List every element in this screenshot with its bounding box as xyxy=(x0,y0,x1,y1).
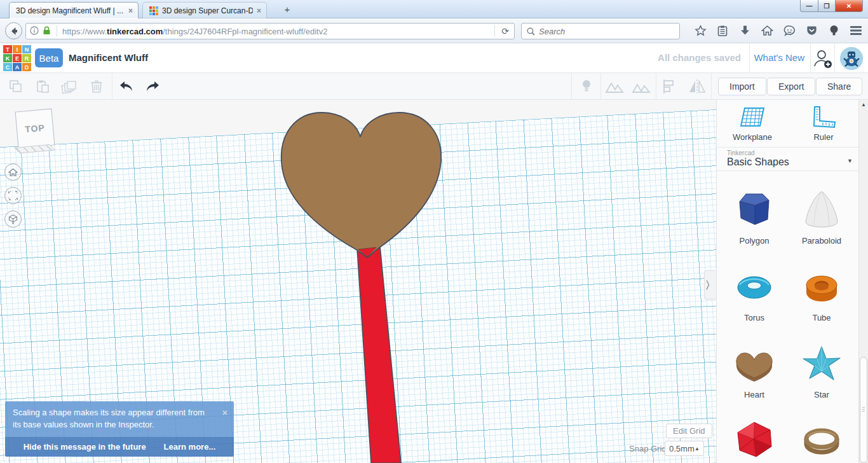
ring-shape-icon xyxy=(798,420,845,462)
scroll-up-arrow-icon[interactable]: ▲ xyxy=(859,100,868,109)
workplane-tool[interactable]: Workplane xyxy=(717,100,788,147)
bookmarks-list-icon[interactable] xyxy=(714,22,731,39)
shape-ring[interactable]: Ring xyxy=(788,402,855,463)
lightbulb-pin-icon[interactable] xyxy=(825,22,842,39)
notification-close-icon[interactable]: × xyxy=(222,406,227,419)
copy-icon[interactable] xyxy=(6,77,25,96)
divider xyxy=(810,43,811,73)
design-canvas[interactable]: TOP 〉 Scaling a shape makes its size app… xyxy=(0,100,716,463)
shape-grid: Polygon Paraboloid Torus xyxy=(721,171,855,463)
fit-view-button[interactable] xyxy=(4,187,22,204)
paste-icon[interactable] xyxy=(33,77,52,96)
notification-message: Scaling a shape makes its size appear di… xyxy=(5,401,234,437)
home-icon[interactable] xyxy=(759,22,775,39)
tab-super-curcan[interactable]: 3D design Super Curcan-D... × xyxy=(142,2,267,18)
search-icon xyxy=(527,27,535,36)
home-view-icon xyxy=(8,168,18,177)
redo-icon[interactable] xyxy=(143,77,162,96)
beta-badge[interactable]: Beta xyxy=(35,48,63,67)
snap-grid-value: 0.5mm xyxy=(669,444,695,453)
show-all-lightbulb-icon[interactable] xyxy=(577,77,596,96)
tinkercad-logo-icon[interactable]: T I N K E R C A D xyxy=(3,45,31,71)
snap-grid-select[interactable]: 0.5mm ▲ xyxy=(665,441,704,456)
url-bar[interactable]: https://www.tinkercad.com/things/24J7604… xyxy=(25,23,515,39)
new-tab-button[interactable]: + xyxy=(280,4,295,16)
close-window-button[interactable]: ✕ xyxy=(836,0,863,12)
snap-grid-label: Snap Grid xyxy=(629,444,667,453)
browser-toolbar-icons xyxy=(692,22,864,39)
page-info-icon[interactable] xyxy=(26,26,43,37)
design-title[interactable]: Magnificent Wluff xyxy=(69,52,148,63)
import-button[interactable]: Import xyxy=(718,78,766,95)
shape-star[interactable]: Star xyxy=(788,325,855,402)
shape-icosahedron[interactable]: Icosahedron xyxy=(721,402,788,463)
https-lock-icon[interactable] xyxy=(43,26,55,37)
search-box[interactable] xyxy=(521,23,680,39)
stick-shape[interactable] xyxy=(357,246,401,463)
hide-message-button[interactable]: Hide this message in the future xyxy=(24,442,146,452)
invite-user-button[interactable] xyxy=(812,48,832,69)
caret-up-icon: ▲ xyxy=(695,446,700,452)
tube-shape-icon xyxy=(798,266,845,308)
delete-icon[interactable] xyxy=(87,77,106,96)
category-title: Basic Shapes xyxy=(727,156,859,168)
view-home-button[interactable] xyxy=(4,163,22,181)
tab-close-icon[interactable]: × xyxy=(128,6,133,15)
browser-navbar: https://www.tinkercad.com/things/24J7604… xyxy=(0,19,868,43)
heart-shape[interactable] xyxy=(281,113,441,258)
shape-torus[interactable]: Torus xyxy=(721,248,788,325)
whats-new-link[interactable]: What's New xyxy=(754,52,804,63)
pocket-icon[interactable] xyxy=(803,22,820,39)
align-icon[interactable] xyxy=(660,77,679,96)
url-text: https://www.tinkercad.com/things/24J7604… xyxy=(58,27,493,36)
minimize-button[interactable]: — xyxy=(800,0,818,12)
scrollbar-thumb[interactable] xyxy=(860,357,867,463)
user-avatar[interactable] xyxy=(840,47,863,70)
ruler-label: Ruler xyxy=(813,132,833,142)
shape-paraboloid[interactable]: Paraboloid xyxy=(788,171,855,248)
star-shape-icon xyxy=(798,343,845,385)
chevron-down-icon[interactable]: ▼ xyxy=(847,158,853,164)
share-button[interactable]: Share xyxy=(816,78,862,95)
bookmark-star-icon[interactable] xyxy=(692,22,709,39)
workplane-label: Workplane xyxy=(733,132,772,142)
shape-heart[interactable]: Heart xyxy=(721,325,788,402)
group-icon[interactable] xyxy=(605,77,624,96)
search-input[interactable] xyxy=(539,27,674,36)
shape-tube[interactable]: Tube xyxy=(788,248,855,325)
sidebar-scrollbar[interactable]: ▲ xyxy=(858,100,868,463)
switch-view-button[interactable] xyxy=(4,211,22,228)
tab-magnificent-wluff[interactable]: 3D design Magnificent Wluff | ... × xyxy=(9,2,139,18)
undo-icon[interactable] xyxy=(117,77,136,96)
restore-button[interactable]: ❐ xyxy=(818,0,836,12)
divider xyxy=(749,43,750,73)
ruler-tool[interactable]: Ruler xyxy=(788,100,859,147)
save-status: All changes saved xyxy=(658,52,741,63)
export-button[interactable]: Export xyxy=(767,78,815,95)
shape-polygon[interactable]: Polygon xyxy=(721,171,788,248)
duplicate-icon[interactable] xyxy=(60,77,79,96)
back-button[interactable] xyxy=(5,22,22,39)
learn-more-link[interactable]: Learn more... xyxy=(164,442,216,452)
notification-actions: Hide this message in the future Learn mo… xyxy=(5,437,234,457)
hello-chat-icon[interactable] xyxy=(781,22,797,39)
paraboloid-shape-icon xyxy=(798,189,845,231)
robot-avatar-icon xyxy=(840,47,863,70)
mirror-icon[interactable] xyxy=(688,77,707,96)
divider xyxy=(112,73,112,100)
edit-grid-button[interactable]: Edit Grid xyxy=(666,424,712,438)
ungroup-icon[interactable] xyxy=(632,77,651,96)
reload-icon[interactable]: ⟳ xyxy=(496,26,514,36)
divider xyxy=(600,73,601,100)
menu-hamburger-icon[interactable] xyxy=(848,22,864,39)
view-cube[interactable]: TOP xyxy=(15,109,55,149)
tab-close-icon[interactable]: × xyxy=(257,6,261,15)
shape-category-selector[interactable]: Tinkercad Basic Shapes ▼ xyxy=(717,148,859,171)
workplane-icon xyxy=(738,106,766,130)
panel-collapse-handle[interactable]: 〉 xyxy=(704,270,716,300)
downloads-icon[interactable] xyxy=(736,22,753,39)
scrollbar-grip xyxy=(862,407,865,412)
add-person-icon xyxy=(812,48,832,69)
divider xyxy=(834,43,835,73)
window-controls: — ❐ ✕ xyxy=(800,0,863,12)
